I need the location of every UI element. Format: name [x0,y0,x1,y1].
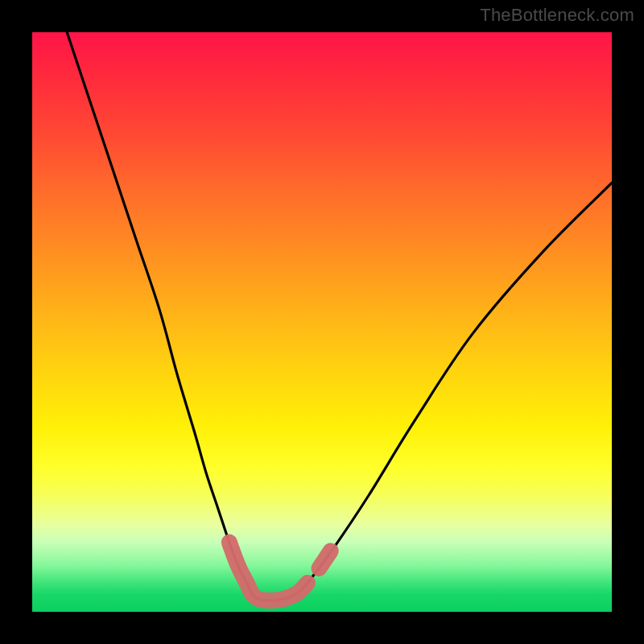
curve-layer [32,32,612,612]
right-highlight-dot [319,551,330,568]
bottom-highlight [229,543,308,601]
plot-area [32,32,612,612]
bottleneck-curve [67,32,612,601]
attribution-text: TheBottleneck.com [480,5,634,26]
chart-frame: TheBottleneck.com [0,0,644,644]
